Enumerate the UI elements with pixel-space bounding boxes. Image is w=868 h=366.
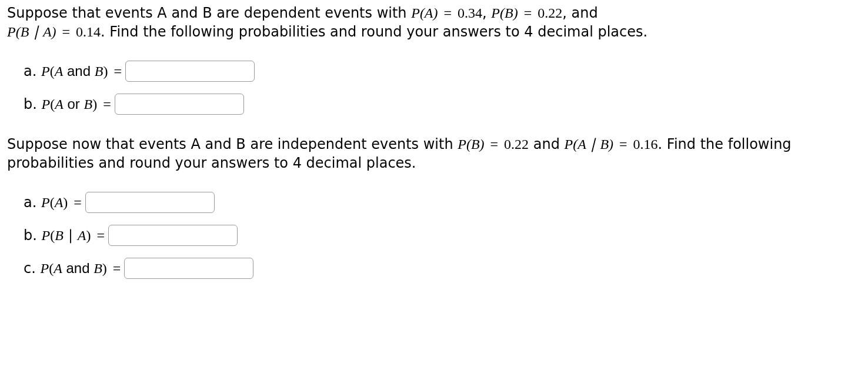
question-2c-row: c. P(A and B) = (24, 255, 861, 281)
text: . Find the following probabilities and r… (101, 24, 647, 40)
math-p-b: P(B) (491, 5, 518, 21)
math-A: A (54, 261, 62, 276)
math-B: B (55, 228, 64, 243)
paren-open: ( (50, 195, 55, 210)
math-p-b: P(B) (458, 137, 484, 152)
question-2a-row: a. P(A) = (24, 189, 861, 215)
paren-open: ( (49, 261, 54, 276)
and-word: and (63, 63, 94, 79)
math-A: A (55, 195, 64, 210)
item-letter: a. (24, 194, 41, 211)
value-p-b: 0.22 (538, 5, 562, 21)
text: , and (562, 5, 597, 21)
equals: = (107, 261, 123, 276)
item-letter: a. (24, 63, 41, 79)
answer-input-2a[interactable] (85, 192, 215, 213)
question-set-1: a. P(A and B) = b. P(A or B) = (7, 58, 861, 117)
paren-open: ( (50, 97, 55, 112)
text: Suppose now that events A and B are inde… (7, 136, 458, 152)
value-p-a-given-b: 0.16 (633, 137, 658, 152)
math-P: P (41, 195, 50, 210)
item-letter: b. (24, 227, 42, 244)
item-letter: c. (24, 260, 40, 277)
question-1a-row: a. P(A and B) = (24, 58, 861, 84)
problem-statement-1: Suppose that events A and B are dependen… (7, 4, 861, 42)
question-2c-label: c. P(A and B) = (24, 260, 123, 277)
math-B: B (95, 64, 104, 79)
equals: = (613, 137, 633, 152)
math-B: B (84, 97, 93, 112)
paren-open: ( (50, 228, 55, 243)
text: and (529, 136, 564, 152)
problem-statement-2: Suppose now that events A and B are inde… (7, 135, 861, 173)
question-2b-label: b. P(B ∣ A) = (24, 227, 107, 244)
and-word: and (62, 260, 94, 276)
paren-close: ) (92, 97, 97, 112)
equals: = (438, 5, 458, 21)
math-p-a-given-b: P(A ∣ B) (565, 137, 614, 152)
math-P: P (42, 97, 51, 112)
paren-open: ( (50, 64, 55, 79)
text: , (482, 5, 491, 21)
answer-input-2b[interactable] (108, 225, 238, 246)
or-word: or (64, 96, 84, 112)
value-p-b-given-a: 0.14 (76, 24, 101, 39)
answer-input-1b[interactable] (115, 94, 244, 115)
answer-input-2c[interactable] (124, 258, 253, 279)
math-p-b-given-a: P(B ∣ A) (7, 24, 56, 39)
equals: = (108, 64, 124, 79)
question-1b-row: b. P(A or B) = (24, 91, 861, 117)
question-1a-label: a. P(A and B) = (24, 63, 124, 79)
value-p-a: 0.34 (458, 5, 482, 21)
math-P: P (42, 228, 51, 243)
equals: = (97, 97, 113, 112)
value-p-b: 0.22 (504, 137, 529, 152)
equals: = (56, 24, 76, 39)
equals: = (91, 228, 108, 243)
equals: = (68, 195, 84, 210)
paren-close: ) (102, 261, 107, 276)
item-letter: b. (24, 96, 42, 112)
question-2b-row: b. P(B ∣ A) = (24, 222, 861, 248)
question-container: Suppose that events A and B are dependen… (0, 0, 868, 306)
paren-close: ) (86, 228, 91, 243)
question-1b-label: b. P(A or B) = (24, 96, 113, 112)
math-P: P (40, 261, 49, 276)
answer-input-1a[interactable] (125, 61, 255, 82)
math-A: A (55, 64, 64, 79)
math-A: A (78, 228, 86, 243)
question-set-2: a. P(A) = b. P(B ∣ A) = c. P(A and B) = (7, 189, 861, 281)
math-B: B (94, 261, 102, 276)
bar: ∣ (64, 228, 78, 243)
equals: = (518, 5, 538, 21)
math-P: P (41, 64, 50, 79)
math-p-a: P(A) (411, 5, 438, 21)
question-2a-label: a. P(A) = (24, 194, 84, 211)
math-A: A (55, 97, 64, 112)
equals: = (485, 137, 505, 152)
text: Suppose that events A and B are dependen… (7, 5, 411, 21)
